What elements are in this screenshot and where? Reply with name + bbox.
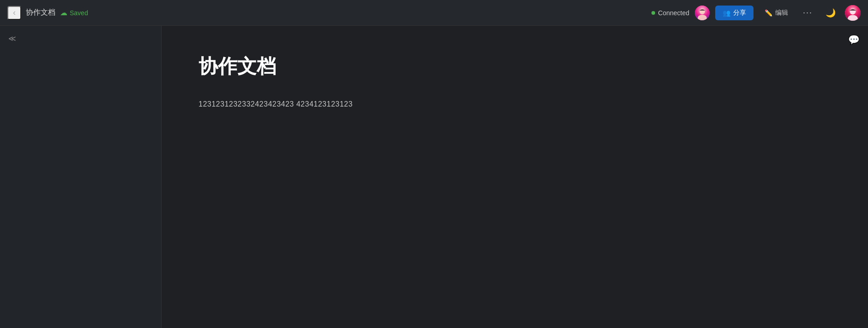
comment-toggle-button[interactable]: 💬 xyxy=(846,32,862,47)
share-icon: 👥 xyxy=(723,9,730,17)
back-icon: ‹ xyxy=(13,8,16,18)
edit-button[interactable]: ✏️ 编辑 xyxy=(759,6,794,20)
connected-label: Connected xyxy=(658,9,689,17)
main-layout: ≪ 💬 协作文档 1231231232332423423423 42341231… xyxy=(0,26,868,328)
document-body: 1231231232332423423423 4234123123123 xyxy=(199,98,831,111)
collaborator-avatar xyxy=(695,6,710,20)
collaborator-avatar-face xyxy=(695,6,710,20)
edit-icon: ✏️ xyxy=(765,9,772,17)
connected-dot xyxy=(651,11,655,15)
connected-status: Connected xyxy=(651,9,689,17)
saved-indicator: ☁ Saved xyxy=(60,8,88,17)
saved-label: Saved xyxy=(70,9,88,17)
edit-label: 编辑 xyxy=(775,9,788,17)
header: ‹ 协作文档 ☁ Saved Connected xyxy=(0,0,868,26)
share-label: 分享 xyxy=(733,9,746,17)
collapse-icon: ≪ xyxy=(8,35,16,42)
more-button[interactable]: ··· xyxy=(799,6,816,20)
back-button[interactable]: ‹ xyxy=(7,6,21,20)
theme-toggle-button[interactable]: 🌙 xyxy=(822,6,839,20)
header-right: Connected xyxy=(651,5,861,21)
theme-icon: 🌙 xyxy=(826,8,836,18)
share-button[interactable]: 👥 分享 xyxy=(715,6,753,20)
cloud-icon: ☁ xyxy=(60,8,67,17)
header-left: ‹ 协作文档 ☁ Saved xyxy=(7,6,88,20)
sidebar: ≪ xyxy=(0,26,162,328)
sidebar-collapse-button[interactable]: ≪ xyxy=(6,32,18,45)
document-title: 协作文档 xyxy=(199,54,831,79)
more-icon: ··· xyxy=(803,8,813,17)
comment-icon: 💬 xyxy=(848,35,860,45)
content-area: 💬 协作文档 1231231232332423423423 4234123123… xyxy=(162,26,868,328)
user-avatar[interactable] xyxy=(845,5,861,21)
doc-title: 协作文档 xyxy=(26,8,55,18)
